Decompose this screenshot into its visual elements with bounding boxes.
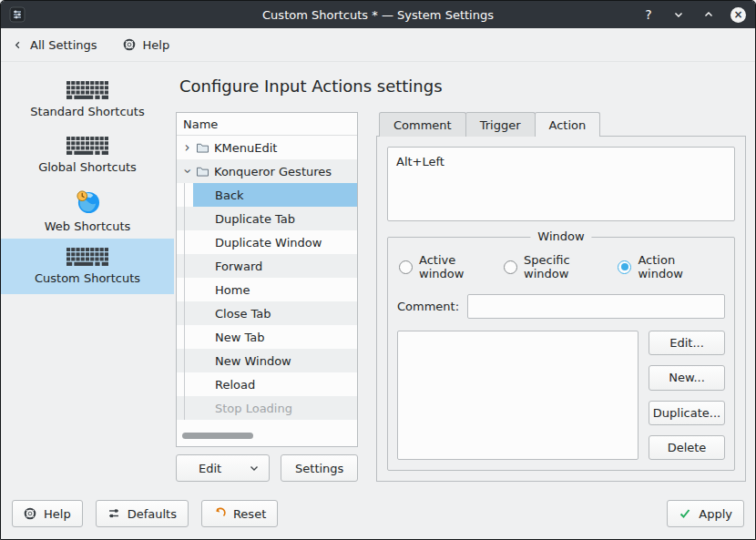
edit-window-button[interactable]: Edit... xyxy=(649,331,725,355)
chevron-down-icon xyxy=(249,463,260,474)
tree-branch-line xyxy=(177,207,193,230)
button-label: Reset xyxy=(233,507,266,521)
help-menu-button[interactable]: Help xyxy=(123,38,170,52)
help-ring-icon xyxy=(123,38,136,51)
button-label: Duplicate... xyxy=(653,406,720,420)
sidebar-item-label: Web Shortcuts xyxy=(45,219,131,233)
tree-branch-line xyxy=(177,254,193,278)
chevron-left-icon xyxy=(13,40,23,50)
tree-branch-line xyxy=(177,278,193,301)
scrollbar-thumb[interactable] xyxy=(182,433,253,439)
radio-specific-window[interactable]: Specific window xyxy=(504,253,618,280)
actions-tree-column: Name › KMenuEdit › xyxy=(176,112,358,482)
reset-button[interactable]: Reset xyxy=(201,500,278,527)
context-help-button[interactable]: ? xyxy=(640,6,657,23)
window-definitions-list[interactable] xyxy=(397,331,639,460)
comment-input[interactable] xyxy=(467,294,725,319)
tree-branch-line xyxy=(177,372,193,396)
tree-row-label: KMenuEdit xyxy=(214,141,277,155)
sidebar-item-standard-shortcuts[interactable]: Standard Shortcuts xyxy=(1,72,174,127)
close-button[interactable]: × xyxy=(730,7,746,23)
tab-label: Action xyxy=(549,118,587,132)
tab-comment[interactable]: Comment xyxy=(379,112,466,137)
shortcut-value: Alt+Left xyxy=(396,155,444,168)
radio-icon xyxy=(504,260,517,274)
radio-icon xyxy=(399,260,413,274)
titlebar: Custom Shortcuts * — System Settings ? × xyxy=(1,1,755,28)
tree-branch-line xyxy=(177,349,193,372)
chevron-down-icon xyxy=(673,9,684,20)
toolbar: All Settings Help xyxy=(1,28,755,62)
tree-row-home[interactable]: Home xyxy=(177,278,357,301)
system-settings-app-icon[interactable] xyxy=(9,6,26,23)
tree-row-duplicate-tab[interactable]: Duplicate Tab xyxy=(177,207,357,230)
defaults-button[interactable]: Defaults xyxy=(96,500,189,527)
sidebar-item-custom-shortcuts[interactable]: Custom Shortcuts xyxy=(1,239,174,294)
tree-row-back[interactable]: Back xyxy=(177,183,357,207)
tree-row-label: Home xyxy=(215,283,250,297)
collapse-chevron-icon[interactable]: › xyxy=(179,165,196,178)
column-header-label: Name xyxy=(183,117,218,131)
tree-row-close-tab[interactable]: Close Tab xyxy=(177,301,357,325)
tree-row-label: Duplicate Window xyxy=(215,236,322,250)
tree-row-konqueror-gestures[interactable]: › Konqueror Gestures xyxy=(177,159,357,183)
edit-dropdown-button[interactable]: Edit xyxy=(176,454,270,482)
tree-row-label: New Tab xyxy=(215,331,265,344)
tab-trigger[interactable]: Trigger xyxy=(465,112,536,137)
minimize-button[interactable] xyxy=(670,6,687,23)
tab-action[interactable]: Action xyxy=(535,112,601,137)
tree-row-label: Close Tab xyxy=(215,307,271,321)
actions-tree: Name › KMenuEdit › xyxy=(176,112,358,447)
help-menu-label: Help xyxy=(143,38,170,52)
expand-chevron-icon[interactable]: › xyxy=(180,139,194,156)
folder-icon xyxy=(196,142,209,153)
help-ring-icon xyxy=(24,507,36,520)
sidebar: Standard Shortcuts Global Shortcuts Web … xyxy=(1,62,174,492)
settings-button[interactable]: Settings xyxy=(281,454,358,482)
action-tab-pane: Alt+Left Window Active window xyxy=(376,136,746,482)
folder-icon xyxy=(196,166,209,177)
tree-branch-line xyxy=(177,301,193,325)
sidebar-item-global-shortcuts[interactable]: Global Shortcuts xyxy=(1,127,174,183)
button-label: Edit... xyxy=(669,336,704,350)
tree-row-duplicate-window[interactable]: Duplicate Window xyxy=(177,230,357,254)
globe-icon xyxy=(76,189,100,214)
sidebar-item-web-shortcuts[interactable]: Web Shortcuts xyxy=(1,183,174,239)
tree-row-label: New Window xyxy=(215,354,291,368)
tab-bar: Comment Trigger Action xyxy=(376,112,746,137)
radio-label: Specific window xyxy=(524,253,618,280)
keyboard-icon xyxy=(66,248,108,266)
help-button[interactable]: Help xyxy=(12,500,83,527)
radio-action-window[interactable]: Action window xyxy=(618,253,723,280)
undo-arrow-icon xyxy=(213,507,226,520)
shortcut-display-field[interactable]: Alt+Left xyxy=(387,147,735,221)
horizontal-scrollbar[interactable] xyxy=(182,433,352,439)
comment-label: Comment: xyxy=(397,300,459,313)
new-window-button[interactable]: New... xyxy=(649,365,725,390)
tree-branch-line xyxy=(177,183,193,207)
button-label: New... xyxy=(669,371,705,384)
dialog-button-box: Help Defaults Reset Apply xyxy=(1,492,755,539)
tree-row-stop-loading[interactable]: Stop Loading xyxy=(177,396,357,420)
delete-window-button[interactable]: Delete xyxy=(649,435,725,460)
tree-column-header-name[interactable]: Name xyxy=(177,113,357,136)
tree-row-forward[interactable]: Forward xyxy=(177,254,357,278)
window-controls: ? × xyxy=(640,6,755,23)
radio-active-window[interactable]: Active window xyxy=(399,253,504,280)
tree-row-kmenuedit[interactable]: › KMenuEdit xyxy=(177,136,357,159)
radio-label: Active window xyxy=(419,253,504,280)
tab-label: Comment xyxy=(393,118,452,132)
button-label: Help xyxy=(44,507,71,521)
apply-button[interactable]: Apply xyxy=(667,500,744,527)
window-groupbox: Window Active window Specific window xyxy=(387,237,735,471)
page-title: Configure Input Actions settings xyxy=(179,76,746,96)
sidebar-item-label: Standard Shortcuts xyxy=(30,105,144,118)
question-mark-icon: ? xyxy=(645,7,651,22)
all-settings-button[interactable]: All Settings xyxy=(13,38,97,52)
duplicate-window-button[interactable]: Duplicate... xyxy=(649,401,725,425)
tree-row-new-tab[interactable]: New Tab xyxy=(177,325,357,349)
maximize-button[interactable] xyxy=(700,6,717,23)
tree-row-label: Stop Loading xyxy=(215,402,292,415)
tree-row-reload[interactable]: Reload xyxy=(177,372,357,396)
tree-row-new-window[interactable]: New Window xyxy=(177,349,357,372)
